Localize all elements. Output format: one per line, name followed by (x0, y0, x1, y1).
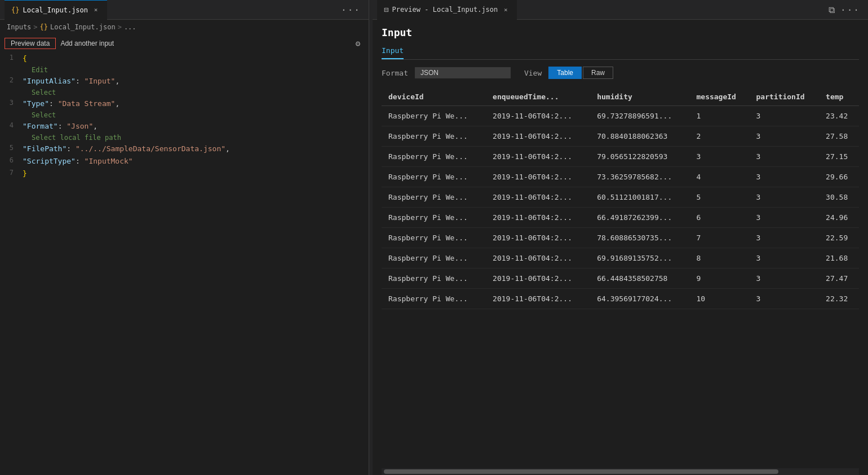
table-cell: 3 (750, 228, 820, 248)
table-row: Raspberry Pi We...2019-11-06T04:2...69.7… (382, 106, 859, 126)
table-cell: Raspberry Pi We... (382, 269, 486, 289)
table-cell: Raspberry Pi We... (382, 147, 486, 167)
code-editor[interactable]: 1 { Edit 2 "InputAlias": "Input", Select… (0, 52, 369, 475)
data-table-wrapper[interactable]: deviceId enqueuedTime... humidity messag… (382, 88, 859, 466)
table-cell: 70.8840188062363 (590, 126, 689, 147)
left-tab-close[interactable]: × (91, 6, 100, 15)
table-view-button[interactable]: Table (548, 67, 582, 79)
table-cell: 2 (689, 126, 749, 147)
line-number-6: 6 (0, 155, 23, 164)
left-tab-more[interactable]: ··· (338, 2, 364, 17)
table-cell: 3 (750, 106, 820, 126)
table-row: Raspberry Pi We...2019-11-06T04:2...79.0… (382, 147, 859, 167)
view-button-group: TableRaw (548, 67, 613, 79)
breadcrumb-ellipsis: ... (124, 23, 136, 31)
table-cell: 69.91689135752... (590, 248, 689, 269)
table-cell: 10 (689, 289, 749, 309)
table-cell: Raspberry Pi We... (382, 126, 486, 147)
line-number-2: 2 (0, 75, 23, 84)
code-line-6: 6 "ScriptType": "InputMock" (0, 155, 369, 168)
preview-tab-input[interactable]: Input (382, 43, 404, 59)
horizontal-scrollbar[interactable] (382, 468, 859, 475)
breadcrumb: Inputs > {} Local_Input.json > ... (0, 20, 369, 34)
table-cell: Raspberry Pi We... (382, 228, 486, 248)
table-cell: 3 (750, 269, 820, 289)
add-input-button[interactable]: Add another input (60, 39, 114, 47)
table-cell: 24.96 (819, 208, 859, 228)
right-tab-active[interactable]: ⊟ Preview - Local_Input.json × (377, 0, 517, 20)
preview-data-button[interactable]: Preview data (5, 38, 56, 49)
table-cell: 2019-11-06T04:2... (486, 269, 590, 289)
table-cell: 2019-11-06T04:2... (486, 187, 590, 208)
col-temp: temp (819, 88, 859, 106)
table-cell: 22.59 (819, 228, 859, 248)
line-content-6: "ScriptType": "InputMock" (23, 155, 369, 168)
table-cell: 64.39569177024... (590, 289, 689, 309)
col-enqueuedtime: enqueuedTime... (486, 88, 590, 106)
horiz-scroll-thumb[interactable] (384, 469, 778, 474)
line-content-4: "Format": "Json", (23, 120, 369, 133)
left-toolbar: Preview data Add another input ⚙ (0, 34, 369, 52)
table-cell: 2019-11-06T04:2... (486, 126, 590, 147)
table-cell: 3 (750, 248, 820, 269)
left-tab-label: Local_Input.json (23, 6, 88, 14)
col-deviceid: deviceId (382, 88, 486, 106)
raw-view-button[interactable]: Raw (583, 67, 613, 79)
table-cell: 3 (750, 208, 820, 228)
toolbar-right-icons: ⚙ (352, 37, 364, 50)
right-more-button[interactable]: ··· (840, 5, 860, 15)
table-row: Raspberry Pi We...2019-11-06T04:2...66.4… (382, 269, 859, 289)
table-cell: 3 (689, 147, 749, 167)
preview-title: Input (382, 27, 859, 38)
table-cell: 23.42 (819, 106, 859, 126)
line-content-2: "InputAlias": "Input", (23, 75, 369, 87)
table-cell: 69.73278896591... (590, 106, 689, 126)
table-row: Raspberry Pi We...2019-11-06T04:2...73.3… (382, 167, 859, 187)
table-row: Raspberry Pi We...2019-11-06T04:2...69.9… (382, 248, 859, 269)
table-cell: 5 (689, 187, 749, 208)
table-cell: 2019-11-06T04:2... (486, 106, 590, 126)
table-header-row: deviceId enqueuedTime... humidity messag… (382, 88, 859, 106)
table-cell: 79.0565122820593 (590, 147, 689, 167)
format-view-row: Format View TableRaw (382, 67, 859, 79)
table-cell: 2019-11-06T04:2... (486, 248, 590, 269)
table-cell: Raspberry Pi We... (382, 187, 486, 208)
code-line-3: 3 "Type": "Data Stream", (0, 98, 369, 110)
right-tab-bar-actions: ⧉ ··· (825, 2, 863, 17)
table-cell: 3 (750, 187, 820, 208)
code-line-1: 1 { (0, 52, 369, 65)
table-cell: 21.68 (819, 248, 859, 269)
table-cell: 7 (689, 228, 749, 248)
table-cell: 66.49187262399... (590, 208, 689, 228)
line-content-7: } (23, 168, 369, 180)
table-row: Raspberry Pi We...2019-11-06T04:2...66.4… (382, 208, 859, 228)
breadcrumb-file: Local_Input.json (50, 23, 116, 31)
table-cell: 30.58 (819, 187, 859, 208)
format-input[interactable] (415, 67, 511, 78)
breadcrumb-sep1: > (33, 23, 37, 31)
hint-select-1: Select (0, 87, 369, 98)
table-row: Raspberry Pi We...2019-11-06T04:2...64.3… (382, 289, 859, 309)
code-line-4: 4 "Format": "Json", (0, 120, 369, 133)
breadcrumb-inputs: Inputs (7, 23, 31, 31)
col-humidity: humidity (590, 88, 689, 106)
table-row: Raspberry Pi We...2019-11-06T04:2...60.5… (382, 187, 859, 208)
table-cell: 27.15 (819, 147, 859, 167)
code-line-7: 7 } (0, 168, 369, 180)
split-editor-icon[interactable]: ⧉ (829, 5, 836, 15)
right-tab-label: Preview - Local_Input.json (392, 6, 498, 14)
table-cell: Raspberry Pi We... (382, 106, 486, 126)
code-line-2: 2 "InputAlias": "Input", (0, 75, 369, 87)
line-number-7: 7 (0, 168, 23, 177)
line-number-5: 5 (0, 143, 23, 152)
line-number-1: 1 (0, 52, 23, 61)
right-tab-close[interactable]: × (501, 5, 510, 14)
left-tab-active[interactable]: {} Local_Input.json × (5, 0, 107, 20)
table-cell: 22.32 (819, 289, 859, 309)
table-cell: 2019-11-06T04:2... (486, 208, 590, 228)
table-cell: Raspberry Pi We... (382, 208, 486, 228)
settings-icon[interactable]: ⚙ (352, 37, 364, 50)
table-cell: 2019-11-06T04:2... (486, 289, 590, 309)
col-messageid: messageId (689, 88, 749, 106)
format-label: Format (382, 69, 408, 77)
